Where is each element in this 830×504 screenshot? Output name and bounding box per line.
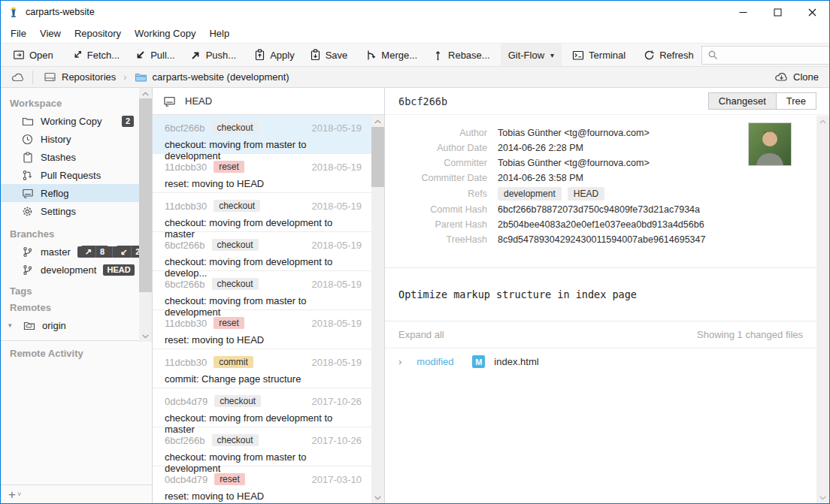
- reflog-hash: 0dcb4d79: [165, 474, 208, 485]
- branch-icon: [21, 264, 34, 276]
- breadcrumb-repo[interactable]: carparts-website (development): [132, 71, 292, 83]
- sidebar-item-stashes[interactable]: Stashes: [1, 148, 152, 166]
- menu-file[interactable]: File: [4, 26, 33, 41]
- window-title: carparts-website: [26, 7, 95, 17]
- sidebar-divider: [1, 340, 152, 341]
- close-button[interactable]: [795, 1, 829, 23]
- search-input[interactable]: [722, 50, 830, 61]
- field-label: Committer: [398, 158, 487, 168]
- add-repository-button[interactable]: +: [8, 488, 16, 501]
- apply-button[interactable]: Apply: [247, 44, 302, 66]
- sidebar-item-pull-requests[interactable]: Pull Requests: [1, 166, 152, 184]
- menu-help[interactable]: Help: [202, 26, 236, 41]
- reflog-action-badge: checkout: [212, 434, 259, 446]
- sidebar-item-branch-development[interactable]: development HEAD: [1, 261, 152, 279]
- reflog-entry[interactable]: 11dcbb30 checkout 2018-05-19 checkout: m…: [153, 193, 384, 232]
- field-label: Commit Hash: [398, 204, 487, 215]
- reflog-date: 2017-03-10: [312, 474, 362, 485]
- ref-badge-development: development: [498, 187, 562, 201]
- arrow-up-right-icon: ↗: [81, 246, 96, 258]
- reflog-action-badge: checkout: [212, 239, 259, 251]
- changeset-tab[interactable]: Changeset: [709, 93, 776, 109]
- rebase-icon: [432, 50, 444, 61]
- scroll-up-icon[interactable]: [371, 116, 384, 127]
- reflog-entry[interactable]: 11dcbb30 commit 2018-05-19 commit: Chang…: [153, 349, 384, 388]
- scroll-up-icon[interactable]: [139, 88, 152, 99]
- push-button[interactable]: Push...: [183, 44, 244, 66]
- reflog-date: 2018-05-19: [312, 240, 362, 251]
- sidebar-item-working-copy[interactable]: Working Copy 2: [1, 112, 152, 130]
- commit-message: Optimize markup structure in index page: [385, 268, 816, 321]
- sidebar-item-branch-master[interactable]: master ↗8 ↙2: [1, 243, 152, 261]
- scroll-down-icon[interactable]: [816, 492, 829, 503]
- reflog-entry[interactable]: 6bcf266b checkout 2018-05-19 checkout: m…: [153, 115, 384, 154]
- reflog-action-badge: checkout: [212, 278, 259, 290]
- reflog-action-badge: checkout: [214, 200, 260, 212]
- clock-icon: [21, 134, 34, 145]
- reflog-list: 6bcf266b checkout 2018-05-19 checkout: m…: [153, 115, 384, 503]
- file-status: modified: [417, 356, 460, 367]
- chevron-down-icon[interactable]: ▾: [8, 321, 16, 329]
- menu-working-copy[interactable]: Working Copy: [128, 26, 202, 41]
- terminal-icon: [572, 50, 584, 61]
- minimize-button[interactable]: [725, 1, 760, 23]
- reflog-date: 2018-05-19: [312, 161, 362, 173]
- sidebar-item-history[interactable]: History: [1, 130, 152, 148]
- open-button[interactable]: Open: [5, 44, 61, 66]
- search-box[interactable]: [701, 46, 830, 65]
- chevron-down-icon[interactable]: ˅: [17, 490, 21, 498]
- author-value: Tobias Günther <tg@fournova.com>: [498, 128, 650, 138]
- detail-scrollbar[interactable]: [816, 116, 829, 503]
- commit-id: 6bcf266b: [398, 95, 447, 107]
- parent-hash-value: 2b504bee4083a20e0ef1e037eea0bd913a4d56b6: [498, 219, 704, 230]
- save-button[interactable]: Save: [302, 44, 356, 66]
- reflog-hash: 11dcbb30: [165, 161, 207, 173]
- scroll-down-icon[interactable]: [139, 330, 152, 342]
- chevron-right-icon[interactable]: ›: [398, 356, 401, 367]
- cloud-services-button[interactable]: [8, 72, 32, 83]
- gear-icon: [21, 206, 34, 217]
- reflog-message: reset: moving to HEAD: [165, 490, 362, 502]
- sidebar-item-remote-origin[interactable]: ▾ origin: [1, 316, 152, 334]
- reflog-date: 2018-05-19: [312, 318, 362, 329]
- reflog-entry[interactable]: 0dcb4d79 checkout 2017-10-26 checkout: m…: [153, 388, 384, 427]
- working-copy-count-badge: 2: [122, 116, 134, 127]
- reflog-scrollbar[interactable]: [371, 116, 384, 503]
- reflog-date: 2018-05-19: [312, 279, 362, 290]
- reflog-icon: [163, 95, 176, 107]
- terminal-button[interactable]: Terminal: [565, 44, 633, 66]
- expand-all-button[interactable]: Expand all: [398, 329, 444, 340]
- sidebar-item-reflog[interactable]: Reflog: [1, 184, 152, 202]
- breadcrumb-repositories[interactable]: Repositories: [41, 71, 119, 83]
- pull-button[interactable]: Pull...: [127, 44, 183, 66]
- clone-button[interactable]: Clone: [771, 71, 822, 83]
- scrollbar-thumb[interactable]: [139, 98, 152, 292]
- author-date-value: 2014-06-26 2:28 PM: [498, 143, 583, 153]
- sidebar: Workspace Working Copy 2 History Stashes: [1, 88, 153, 503]
- apply-stash-icon: [254, 49, 265, 61]
- scroll-down-icon[interactable]: [371, 492, 384, 503]
- merge-button[interactable]: Merge...: [358, 44, 425, 66]
- refresh-button[interactable]: Refresh: [636, 44, 701, 66]
- menu-repository[interactable]: Repository: [68, 26, 128, 41]
- reflog-date: 2017-10-26: [312, 396, 362, 407]
- rebase-button[interactable]: Rebase...: [425, 44, 498, 66]
- scrollbar-thumb[interactable]: [371, 127, 384, 187]
- sidebar-item-settings[interactable]: Settings: [1, 202, 152, 220]
- scroll-up-icon[interactable]: [816, 116, 829, 127]
- committer-date-value: 2014-06-26 3:58 PM: [498, 173, 583, 183]
- modified-badge-icon: M: [472, 355, 485, 368]
- git-flow-button[interactable]: Git-Flow ▾: [501, 44, 562, 66]
- maximize-button[interactable]: [760, 1, 795, 23]
- fetch-button[interactable]: Fetch...: [64, 44, 127, 66]
- changed-files-count: Showing 1 changed files: [697, 329, 803, 340]
- detail-body: AuthorTobias Günther <tg@fournova.com> A…: [385, 115, 829, 503]
- menu-view[interactable]: View: [33, 26, 68, 41]
- folder-icon: [135, 71, 147, 83]
- reflog-action-badge: commit: [214, 356, 253, 368]
- sidebar-scrollbar[interactable]: [139, 88, 152, 342]
- changed-file-row[interactable]: › modified M index.html: [385, 349, 816, 375]
- tree-tab[interactable]: Tree: [776, 93, 816, 109]
- reflog-action-badge: checkout: [212, 122, 259, 134]
- fetch-icon: [71, 50, 83, 61]
